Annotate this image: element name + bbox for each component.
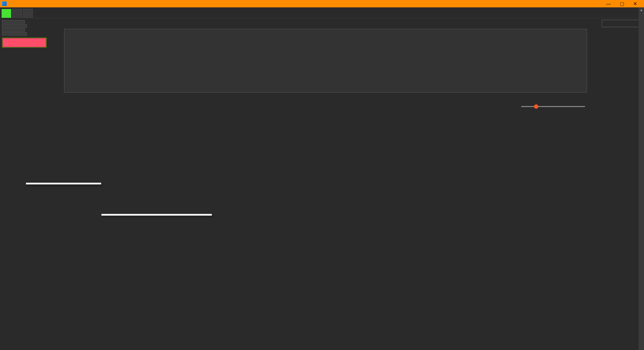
tab-reports[interactable] — [23, 9, 33, 18]
time-range-slider[interactable] — [521, 106, 585, 107]
hosts-legend — [598, 28, 641, 107]
add-web-host-button[interactable] — [2, 24, 27, 28]
add-ip-host-button[interactable] — [2, 20, 25, 23]
add-ip-range-button[interactable] — [2, 28, 25, 32]
hosts-table[interactable] — [55, 112, 641, 350]
slider-thumb[interactable] — [534, 104, 538, 109]
main-panel — [52, 18, 644, 350]
tab-options[interactable] — [12, 9, 22, 18]
close-icon[interactable]: ✕ — [629, 0, 642, 7]
context-submenu[interactable] — [101, 214, 212, 216]
del-last-host-button[interactable] — [2, 32, 27, 36]
maximize-icon[interactable]: ▢ — [615, 0, 629, 7]
context-menu[interactable] — [26, 183, 101, 185]
main-tabs — [0, 7, 644, 18]
window-scrollbar[interactable]: ▲ — [639, 7, 644, 350]
titlebar[interactable]: — ▢ ✕ — [0, 0, 644, 7]
app-icon — [2, 1, 7, 6]
tab-monitoring[interactable] — [1, 9, 11, 18]
search-filter-input[interactable] — [602, 20, 641, 27]
ping-chart — [64, 29, 587, 93]
minimize-icon[interactable]: — — [602, 0, 615, 7]
stop-monitoring-button[interactable] — [2, 38, 47, 48]
